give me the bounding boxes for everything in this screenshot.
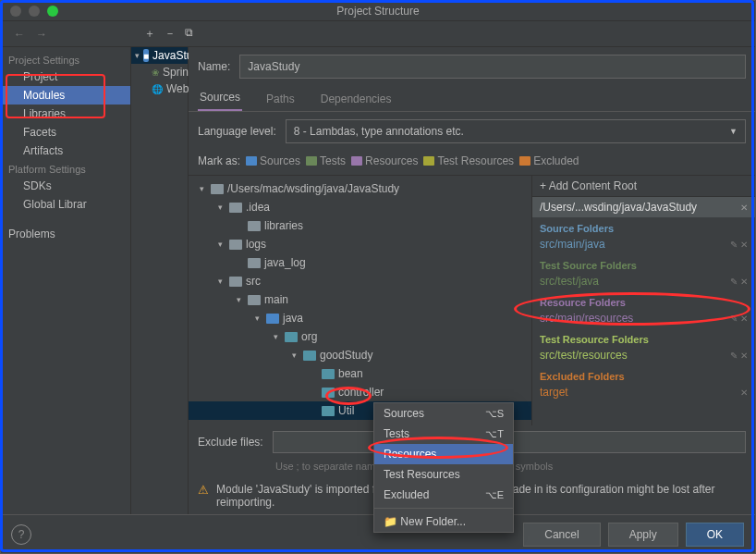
tree-label: /Users/mac/wsding/java/JavaStudy [227, 182, 399, 195]
tree-row-idea[interactable]: ▾.idea [189, 198, 531, 216]
excluded-folders-header: Excluded Folders [532, 365, 755, 384]
remove-content-root-icon[interactable]: ✕ [740, 203, 748, 213]
sidebar-item-sdks[interactable]: SDKs [1, 177, 130, 195]
web-icon: 🌐 [152, 82, 163, 95]
mark-resources-button[interactable]: Resources [351, 154, 418, 167]
tree-row-controller[interactable]: controller [189, 383, 531, 401]
folder-icon [248, 295, 261, 305]
help-button[interactable]: ? [11, 524, 31, 545]
window-title: Project Structure [336, 5, 419, 18]
module-tree-item-web[interactable]: 🌐 Web [131, 80, 188, 97]
module-tree: ▾ ■ JavaStudy ❀ Spring 🌐 Web [131, 47, 189, 514]
mark-sources-button[interactable]: Sources [246, 154, 300, 167]
copy-icon[interactable]: ⧉ [185, 26, 193, 42]
tree-row-main[interactable]: ▾main [189, 290, 531, 309]
context-menu-sources[interactable]: Sources⌥S [374, 403, 513, 424]
tree-label: org [301, 330, 317, 343]
sidebar-item-modules[interactable]: Modules [1, 86, 130, 105]
tree-label: logs [246, 238, 266, 251]
left-sidebar: Project Settings Project Modules Librari… [1, 47, 131, 514]
context-menu-new-folder[interactable]: 📁 New Folder... [374, 511, 513, 532]
edit-icon[interactable]: ✎ ✕ [730, 314, 748, 324]
sidebar-item-project[interactable]: Project [1, 68, 130, 86]
module-icon: ■ [143, 49, 149, 62]
context-menu-resources[interactable]: Resources [374, 444, 513, 464]
tree-label: .idea [246, 201, 270, 214]
source-tree[interactable]: ▾/Users/mac/wsding/java/JavaStudy ▾.idea… [189, 176, 531, 425]
tree-label: bean [338, 367, 363, 380]
section-header-project-settings: Project Settings [1, 51, 130, 68]
tree-label: Util [338, 404, 354, 417]
tree-label: main [264, 293, 288, 306]
tree-label: java [283, 312, 303, 325]
expand-arrow-icon[interactable]: ▾ [135, 51, 140, 60]
context-menu-tests[interactable]: Tests⌥T [374, 424, 513, 444]
cancel-button[interactable]: Cancel [523, 523, 600, 547]
test-source-folder-item[interactable]: src/test/java✎ ✕ [532, 273, 755, 291]
tree-label: goodStudy [320, 349, 372, 362]
tree-row-org[interactable]: ▾org [189, 327, 531, 346]
language-level-value: 8 - Lambdas, type annotations etc. [294, 125, 464, 138]
tree-row-bean[interactable]: bean [189, 364, 531, 383]
language-level-dropdown[interactable]: 8 - Lambdas, type annotations etc. ▼ [286, 119, 746, 143]
add-button[interactable]: ＋ [144, 26, 155, 42]
apply-button[interactable]: Apply [608, 523, 678, 547]
window-close-button[interactable] [10, 6, 21, 17]
ok-button[interactable]: OK [686, 523, 744, 547]
folder-icon [248, 221, 261, 231]
mark-excluded-button[interactable]: Excluded [519, 154, 579, 167]
window-maximize-button[interactable] [47, 6, 58, 17]
tree-row-java[interactable]: ▾java [189, 309, 531, 327]
module-tree-item-spring[interactable]: ❀ Spring [131, 64, 188, 80]
excluded-folder-item[interactable]: target✕ [532, 384, 755, 402]
nav-forward-icon[interactable]: → [36, 28, 47, 41]
tree-row-logs[interactable]: ▾logs [189, 235, 531, 253]
tree-row-root[interactable]: ▾/Users/mac/wsding/java/JavaStudy [189, 179, 531, 198]
test-source-folders-header: Test Source Folders [532, 254, 755, 273]
test-resource-folder-item[interactable]: src/test/resources✎ ✕ [532, 347, 755, 365]
module-tree-item-javastudy[interactable]: ▾ ■ JavaStudy [131, 47, 188, 64]
sidebar-item-global-libraries[interactable]: Global Librar [1, 195, 130, 214]
folder-icon [248, 258, 261, 268]
package-icon [322, 388, 335, 398]
mark-tests-button[interactable]: Tests [306, 154, 346, 167]
context-menu-excluded[interactable]: Excluded⌥E [374, 485, 513, 505]
folder-icon [211, 184, 224, 194]
edit-icon[interactable]: ✎ ✕ [730, 277, 748, 287]
warning-icon: ⚠ [198, 483, 209, 509]
context-menu-test-resources[interactable]: Test Resources [374, 464, 513, 485]
sidebar-item-libraries[interactable]: Libraries [1, 105, 130, 123]
tab-sources[interactable]: Sources [198, 85, 242, 111]
sidebar-item-artifacts[interactable]: Artifacts [1, 142, 130, 160]
content-root-panel: + Add Content Root /Users/...wsding/java… [531, 176, 755, 425]
content-root-path[interactable]: /Users/...wsding/java/JavaStudy ✕ [532, 197, 755, 217]
sidebar-item-problems[interactable]: Problems [1, 225, 130, 243]
mark-as-toolbar: Mark as: Sources Tests Resources Test Re… [189, 151, 755, 176]
module-name-input[interactable] [239, 55, 746, 79]
nav-back-icon[interactable]: ← [14, 28, 25, 41]
tab-dependencies[interactable]: Dependencies [319, 87, 394, 111]
tree-row-libraries[interactable]: libraries [189, 216, 531, 235]
edit-icon[interactable]: ✎ ✕ [730, 240, 748, 250]
mark-as-label: Mark as: [198, 154, 240, 167]
edit-icon[interactable]: ✕ [740, 388, 748, 398]
tree-label: libraries [264, 219, 303, 232]
window-minimize-button[interactable] [29, 6, 40, 17]
folder-icon [229, 277, 242, 287]
tab-paths[interactable]: Paths [264, 87, 297, 111]
tree-row-java-log[interactable]: java_log [189, 253, 531, 272]
remove-button[interactable]: － [165, 26, 176, 42]
section-header-platform-settings: Platform Settings [1, 160, 130, 177]
module-label: Web [166, 82, 189, 95]
add-content-root-button[interactable]: + Add Content Root [532, 176, 755, 197]
tree-row-goodstudy[interactable]: ▾goodStudy [189, 346, 531, 364]
source-folders-header: Source Folders [532, 217, 755, 236]
sidebar-item-facets[interactable]: Facets [1, 123, 130, 142]
resource-folder-item[interactable]: src/main/resources✎ ✕ [532, 310, 755, 328]
mark-test-resources-button[interactable]: Test Resources [423, 154, 514, 167]
tree-label: controller [338, 386, 384, 399]
edit-icon[interactable]: ✎ ✕ [730, 351, 748, 361]
tree-row-src[interactable]: ▾src [189, 272, 531, 290]
folder-icon [229, 240, 242, 250]
source-folder-item[interactable]: src/main/java✎ ✕ [532, 236, 755, 254]
